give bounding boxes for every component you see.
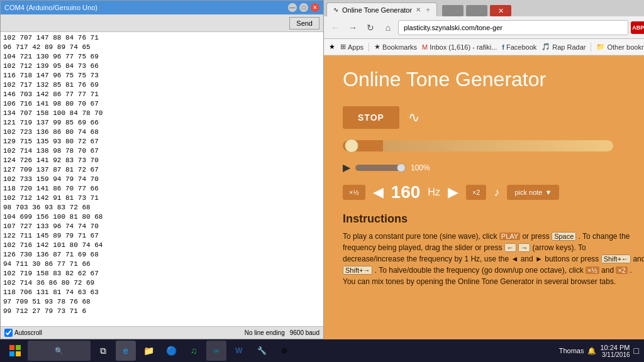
serial-line: 127 709 137 87 81 72 67 xyxy=(3,165,321,175)
pick-note-button[interactable]: pick note ▼ xyxy=(507,185,559,200)
start-button[interactable] xyxy=(5,341,25,361)
serial-line: 102 717 132 85 81 76 69 xyxy=(3,80,321,90)
taskbar-spotify[interactable]: ♫ xyxy=(184,341,204,361)
taskbar-task-view[interactable]: ⧉ xyxy=(93,341,113,361)
bookmark-apps[interactable]: ⊞ Apps xyxy=(340,43,364,51)
tab-close-button[interactable]: ✕ xyxy=(416,6,421,13)
browser-maximize[interactable] xyxy=(466,5,487,16)
browser-nav-extras: ABP ☰ xyxy=(631,21,644,35)
serial-line: 106 716 141 98 80 70 67 xyxy=(3,99,321,109)
taskbar-user: Thomas xyxy=(559,347,584,354)
taskbar: 🔍 ⧉ e 📁 🔵 ♫ ∞ W 🔧 ⊛ Thomas 🔔 xyxy=(0,339,644,362)
facebook-label: Facebook xyxy=(506,43,536,51)
arduino-toolbar: Send xyxy=(1,14,323,32)
taskbar-arduino2[interactable]: ⊛ xyxy=(274,341,294,361)
bookmarks-icon: ★ xyxy=(374,43,380,51)
browser-window-controls: ✕ xyxy=(441,5,513,16)
volume-slider[interactable] xyxy=(355,165,406,171)
autoscroll-checkbox[interactable]: Autoscroll xyxy=(4,329,42,337)
half-freq-button[interactable]: ×½ xyxy=(343,185,365,200)
arduino-titlebar: COM4 (Arduino/Genuino Uno) — □ ✕ xyxy=(1,1,323,14)
browser-minimize[interactable] xyxy=(442,5,464,16)
double-freq-button[interactable]: ×2 xyxy=(466,185,487,200)
bookmark-facebook[interactable]: f Facebook xyxy=(502,43,536,51)
notification-center-icon[interactable]: □ xyxy=(634,346,639,356)
serial-line: 102 712 142 91 81 73 71 xyxy=(3,194,321,203)
close-button[interactable]: ✕ xyxy=(311,3,319,12)
right-arrow-kbd: → xyxy=(518,243,530,252)
taskbar-left: 🔍 ⧉ e 📁 🔵 ♫ ∞ W 🔧 ⊛ xyxy=(5,341,294,361)
back-button[interactable]: ← xyxy=(328,20,343,35)
instructions-title: Instructions xyxy=(343,212,644,226)
browser-navbar: ← → ↻ ⌂ ABP ☰ xyxy=(324,16,644,39)
svg-rect-0 xyxy=(9,345,14,350)
inbox-label: Inbox (1,616) - rafiki... xyxy=(430,43,497,51)
half-kbd: ×½ xyxy=(586,266,599,274)
browser-tab-active[interactable]: ∿ Online Tone Generator ✕ + xyxy=(326,3,437,16)
bookmark-other[interactable]: 📁 Other bookmarks xyxy=(596,43,644,51)
frequency-slider-container xyxy=(343,140,644,154)
rap-radar-icon: 🎵 xyxy=(541,43,550,51)
browser-bookmarks-bar: ★ ⊞ Apps ★ Bookmarks M Inbox (1,616) - r… xyxy=(324,39,644,55)
browser-close[interactable]: ✕ xyxy=(490,5,511,16)
baud-select[interactable]: 9600 baud xyxy=(290,329,319,336)
serial-line: 96 717 42 89 89 74 65 xyxy=(3,43,321,52)
taskbar-edge[interactable]: e xyxy=(116,341,136,361)
facebook-icon: f xyxy=(502,43,504,51)
stop-button[interactable]: STOP xyxy=(343,106,399,129)
pick-note-label: pick note xyxy=(514,189,542,196)
increase-button[interactable]: ▶ xyxy=(448,184,458,200)
taskbar-arduino[interactable]: ∞ xyxy=(206,341,226,361)
waveform-icon: ∿ xyxy=(408,109,419,126)
refresh-button[interactable]: ↻ xyxy=(363,20,378,35)
line-ending-select[interactable]: No line ending xyxy=(245,329,285,336)
bookmark-rap-radar[interactable]: 🎵 Rap Radar xyxy=(541,43,586,51)
serial-line: 94 711 30 86 77 71 66 xyxy=(3,260,321,269)
other-label: Other bookmarks xyxy=(607,43,644,51)
url-bar[interactable] xyxy=(398,20,628,35)
adblock-button[interactable]: ABP xyxy=(631,21,644,34)
serial-output: 102 707 147 88 84 76 7196 717 42 89 89 7… xyxy=(1,32,323,326)
send-button[interactable]: Send xyxy=(289,17,319,30)
taskbar-other1[interactable]: 🔧 xyxy=(252,341,272,361)
browser-content: Online Tone Generator STOP ∿ ▶ 100% ×½ ◀… xyxy=(324,55,644,339)
tab-add-indicator: + xyxy=(426,6,430,14)
autoscroll-check[interactable] xyxy=(4,329,13,337)
serial-line: 118 720 141 86 70 77 66 xyxy=(3,184,321,194)
shift-left-kbd: Shift+← xyxy=(601,255,631,263)
serial-line: 102 712 139 95 84 73 66 xyxy=(3,62,321,71)
instructions-section: Instructions To play a constant pure ton… xyxy=(343,212,644,287)
bookmark-inbox[interactable]: M Inbox (1,616) - rafiki... xyxy=(422,43,497,51)
taskbar-clock: 10:24 PM 3/11/2016 xyxy=(600,344,630,358)
serial-line: 107 727 133 96 74 74 70 xyxy=(3,222,321,231)
svg-rect-1 xyxy=(16,345,21,350)
serial-line: 102 716 142 101 80 74 64 xyxy=(3,241,321,250)
serial-line: 122 711 145 89 79 71 67 xyxy=(3,231,321,241)
frequency-slider[interactable] xyxy=(343,140,613,151)
taskbar-search[interactable]: 🔍 xyxy=(28,341,91,361)
serial-line: 98 703 36 93 83 72 68 xyxy=(3,203,321,212)
maximize-button[interactable]: □ xyxy=(299,3,308,12)
gmail-icon: M xyxy=(422,43,428,51)
svg-rect-3 xyxy=(16,351,21,356)
frequency-unit: Hz xyxy=(428,187,440,198)
browser-tabbar: ∿ Online Tone Generator ✕ + ✕ xyxy=(324,0,644,16)
serial-line: 102 707 147 88 84 76 71 xyxy=(3,33,321,43)
taskbar-explorer[interactable]: 📁 xyxy=(138,341,158,361)
apps-label: Apps xyxy=(348,43,364,51)
taskbar-word[interactable]: W xyxy=(229,341,249,361)
volume-percent: 100% xyxy=(411,163,430,172)
stop-row: STOP ∿ xyxy=(343,106,644,129)
decrease-button[interactable]: ◀ xyxy=(373,184,384,200)
folder-icon: 📁 xyxy=(596,43,605,51)
taskbar-chrome[interactable]: 🔵 xyxy=(161,341,181,361)
bookmark-bookmarks[interactable]: ★ Bookmarks xyxy=(374,43,417,51)
forward-button[interactable]: → xyxy=(345,20,360,35)
home-button[interactable]: ⌂ xyxy=(380,20,396,35)
taskbar-right: Thomas 🔔 10:24 PM 3/11/2016 □ xyxy=(559,344,639,358)
serial-line: 102 723 136 86 80 74 68 xyxy=(3,128,321,137)
bookmarks-label: Bookmarks xyxy=(382,43,417,51)
minimize-button[interactable]: — xyxy=(288,3,297,12)
serial-line: 124 726 141 92 83 73 70 xyxy=(3,156,321,165)
serial-line: 134 707 158 100 84 78 70 xyxy=(3,109,321,118)
